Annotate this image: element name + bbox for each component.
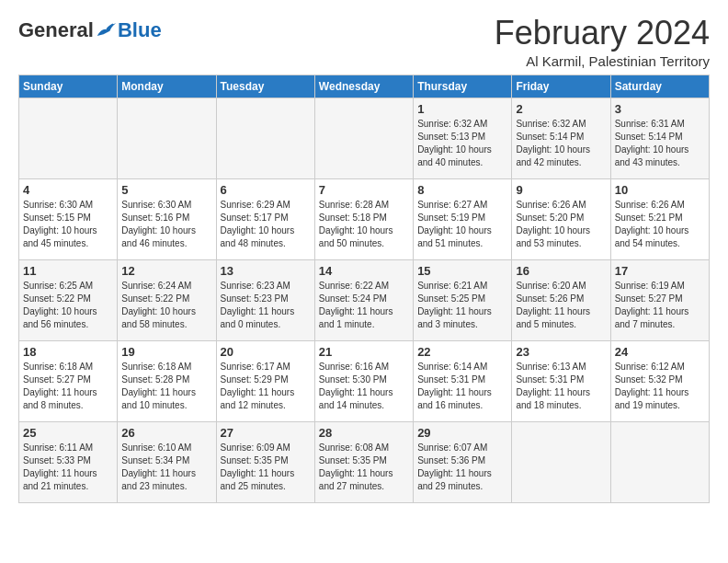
calendar-cell: 23Sunrise: 6:13 AMSunset: 5:31 PMDayligh…: [512, 340, 610, 421]
calendar-cell: 13Sunrise: 6:23 AMSunset: 5:23 PMDayligh…: [216, 259, 314, 340]
calendar-week-row: 25Sunrise: 6:11 AMSunset: 5:33 PMDayligh…: [19, 421, 710, 502]
day-number: 9: [516, 183, 606, 197]
calendar-cell: 29Sunrise: 6:07 AMSunset: 5:36 PMDayligh…: [414, 421, 512, 502]
calendar-table: SundayMondayTuesdayWednesdayThursdayFrid…: [18, 75, 710, 503]
day-info: Sunrise: 6:11 AMSunset: 5:33 PMDaylight:…: [23, 442, 113, 493]
column-header-sunday: Sunday: [19, 75, 118, 98]
header: General Blue February 2024 Al Karmil, Pa…: [18, 15, 710, 69]
day-number: 26: [121, 426, 211, 440]
day-number: 1: [417, 102, 507, 116]
calendar-cell: 21Sunrise: 6:16 AMSunset: 5:30 PMDayligh…: [314, 340, 413, 421]
calendar-cell: 27Sunrise: 6:09 AMSunset: 5:35 PMDayligh…: [216, 421, 314, 502]
day-number: 8: [417, 183, 507, 197]
column-header-saturday: Saturday: [610, 75, 709, 98]
calendar-cell: 22Sunrise: 6:14 AMSunset: 5:31 PMDayligh…: [414, 340, 512, 421]
calendar-cell: [314, 98, 413, 178]
day-info: Sunrise: 6:21 AMSunset: 5:25 PMDaylight:…: [417, 280, 507, 331]
day-number: 25: [23, 426, 113, 440]
logo-blue-text: Blue: [118, 18, 162, 42]
column-header-wednesday: Wednesday: [314, 75, 413, 98]
calendar-cell: 8Sunrise: 6:27 AMSunset: 5:19 PMDaylight…: [414, 178, 512, 259]
day-number: 18: [23, 345, 113, 359]
calendar-cell: 25Sunrise: 6:11 AMSunset: 5:33 PMDayligh…: [19, 421, 118, 502]
calendar-cell: 11Sunrise: 6:25 AMSunset: 5:22 PMDayligh…: [19, 259, 118, 340]
calendar-cell: 15Sunrise: 6:21 AMSunset: 5:25 PMDayligh…: [414, 259, 512, 340]
day-number: 14: [319, 264, 409, 278]
day-info: Sunrise: 6:10 AMSunset: 5:34 PMDaylight:…: [121, 442, 211, 493]
calendar-cell: 10Sunrise: 6:26 AMSunset: 5:21 PMDayligh…: [610, 178, 709, 259]
calendar-cell: 12Sunrise: 6:24 AMSunset: 5:22 PMDayligh…: [118, 259, 216, 340]
day-info: Sunrise: 6:20 AMSunset: 5:26 PMDaylight:…: [516, 280, 606, 331]
day-number: 27: [221, 426, 311, 440]
day-number: 24: [615, 345, 705, 359]
month-title: February 2024: [495, 15, 710, 52]
day-info: Sunrise: 6:30 AMSunset: 5:16 PMDaylight:…: [121, 199, 211, 250]
day-number: 13: [221, 264, 311, 278]
day-info: Sunrise: 6:16 AMSunset: 5:30 PMDaylight:…: [319, 361, 409, 412]
day-info: Sunrise: 6:24 AMSunset: 5:22 PMDaylight:…: [121, 280, 211, 331]
day-number: 17: [615, 264, 705, 278]
calendar-cell: 14Sunrise: 6:22 AMSunset: 5:24 PMDayligh…: [314, 259, 413, 340]
calendar-cell: 28Sunrise: 6:08 AMSunset: 5:35 PMDayligh…: [314, 421, 413, 502]
calendar-cell: 24Sunrise: 6:12 AMSunset: 5:32 PMDayligh…: [610, 340, 709, 421]
day-info: Sunrise: 6:19 AMSunset: 5:27 PMDaylight:…: [615, 280, 705, 331]
day-number: 22: [417, 345, 507, 359]
logo: General Blue: [18, 18, 162, 42]
day-number: 10: [615, 183, 705, 197]
logo-bird-icon: [96, 21, 118, 40]
calendar-cell: 4Sunrise: 6:30 AMSunset: 5:15 PMDaylight…: [19, 178, 118, 259]
logo-general-text: General: [18, 18, 94, 42]
day-number: 21: [319, 345, 409, 359]
day-info: Sunrise: 6:29 AMSunset: 5:17 PMDaylight:…: [221, 199, 311, 250]
title-area: February 2024 Al Karmil, Palestinian Ter…: [495, 15, 710, 69]
calendar-week-row: 11Sunrise: 6:25 AMSunset: 5:22 PMDayligh…: [19, 259, 710, 340]
calendar-cell: [512, 421, 610, 502]
day-number: 19: [121, 345, 211, 359]
calendar-cell: [216, 98, 314, 178]
day-info: Sunrise: 6:17 AMSunset: 5:29 PMDaylight:…: [221, 361, 311, 412]
day-info: Sunrise: 6:30 AMSunset: 5:15 PMDaylight:…: [23, 199, 113, 250]
calendar-cell: 7Sunrise: 6:28 AMSunset: 5:18 PMDaylight…: [314, 178, 413, 259]
day-info: Sunrise: 6:23 AMSunset: 5:23 PMDaylight:…: [221, 280, 311, 331]
calendar-cell: 9Sunrise: 6:26 AMSunset: 5:20 PMDaylight…: [512, 178, 610, 259]
day-number: 3: [615, 102, 705, 116]
day-info: Sunrise: 6:32 AMSunset: 5:13 PMDaylight:…: [417, 118, 507, 169]
day-number: 5: [121, 183, 211, 197]
day-info: Sunrise: 6:28 AMSunset: 5:18 PMDaylight:…: [319, 199, 409, 250]
day-number: 16: [516, 264, 606, 278]
calendar-cell: 20Sunrise: 6:17 AMSunset: 5:29 PMDayligh…: [216, 340, 314, 421]
day-info: Sunrise: 6:13 AMSunset: 5:31 PMDaylight:…: [516, 361, 606, 412]
day-info: Sunrise: 6:22 AMSunset: 5:24 PMDaylight:…: [319, 280, 409, 331]
day-info: Sunrise: 6:14 AMSunset: 5:31 PMDaylight:…: [417, 361, 507, 412]
day-info: Sunrise: 6:25 AMSunset: 5:22 PMDaylight:…: [23, 280, 113, 331]
calendar-cell: 1Sunrise: 6:32 AMSunset: 5:13 PMDaylight…: [414, 98, 512, 178]
column-header-tuesday: Tuesday: [216, 75, 314, 98]
day-info: Sunrise: 6:32 AMSunset: 5:14 PMDaylight:…: [516, 118, 606, 169]
calendar-cell: 16Sunrise: 6:20 AMSunset: 5:26 PMDayligh…: [512, 259, 610, 340]
day-info: Sunrise: 6:08 AMSunset: 5:35 PMDaylight:…: [319, 442, 409, 493]
calendar-header-row: SundayMondayTuesdayWednesdayThursdayFrid…: [19, 75, 710, 98]
day-number: 23: [516, 345, 606, 359]
calendar-cell: 5Sunrise: 6:30 AMSunset: 5:16 PMDaylight…: [118, 178, 216, 259]
day-info: Sunrise: 6:26 AMSunset: 5:20 PMDaylight:…: [516, 199, 606, 250]
day-number: 12: [121, 264, 211, 278]
calendar-cell: 6Sunrise: 6:29 AMSunset: 5:17 PMDaylight…: [216, 178, 314, 259]
calendar-week-row: 4Sunrise: 6:30 AMSunset: 5:15 PMDaylight…: [19, 178, 710, 259]
day-number: 28: [319, 426, 409, 440]
day-number: 7: [319, 183, 409, 197]
column-header-monday: Monday: [118, 75, 216, 98]
calendar-cell: [19, 98, 118, 178]
day-info: Sunrise: 6:18 AMSunset: 5:28 PMDaylight:…: [121, 361, 211, 412]
day-number: 2: [516, 102, 606, 116]
calendar-week-row: 18Sunrise: 6:18 AMSunset: 5:27 PMDayligh…: [19, 340, 710, 421]
day-info: Sunrise: 6:26 AMSunset: 5:21 PMDaylight:…: [615, 199, 705, 250]
calendar-cell: 26Sunrise: 6:10 AMSunset: 5:34 PMDayligh…: [118, 421, 216, 502]
day-info: Sunrise: 6:18 AMSunset: 5:27 PMDaylight:…: [23, 361, 113, 412]
calendar-cell: 18Sunrise: 6:18 AMSunset: 5:27 PMDayligh…: [19, 340, 118, 421]
day-number: 4: [23, 183, 113, 197]
location-title: Al Karmil, Palestinian Territory: [495, 53, 710, 69]
calendar-week-row: 1Sunrise: 6:32 AMSunset: 5:13 PMDaylight…: [19, 98, 710, 178]
day-info: Sunrise: 6:09 AMSunset: 5:35 PMDaylight:…: [221, 442, 311, 493]
day-number: 11: [23, 264, 113, 278]
day-number: 6: [221, 183, 311, 197]
